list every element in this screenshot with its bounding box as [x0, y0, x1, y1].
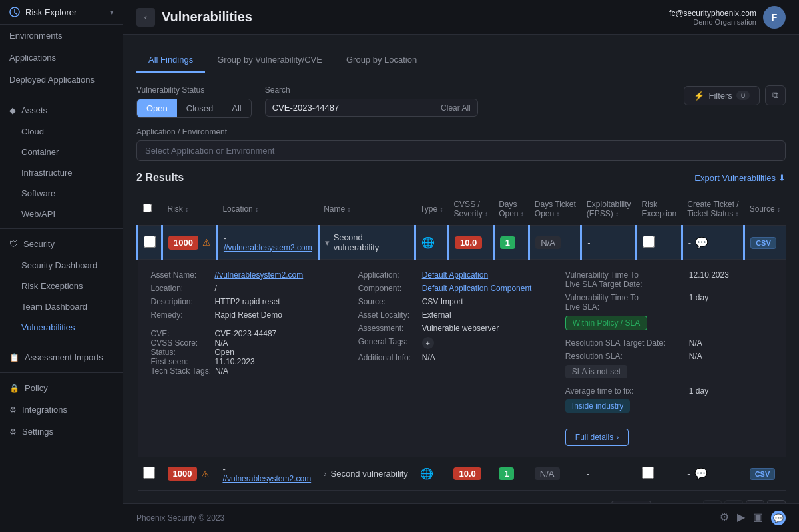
vulnerabilities-label: Vulnerabilities	[21, 322, 75, 332]
row1-location-cell: - //vulnerablesystem2.com	[217, 226, 318, 260]
filters-button[interactable]: ⚡ Filters 0	[684, 86, 760, 105]
sidebar-logo-text: Risk Explorer	[25, 7, 77, 17]
sidebar-item-assessment-imports[interactable]: 📋 Assessment Imports	[0, 346, 123, 368]
filters-count-badge: 0	[736, 91, 750, 100]
component-label: Component:	[358, 284, 418, 293]
resolution-target-value: N/A	[689, 338, 702, 348]
first-seen-value: 11.10.2023	[215, 357, 255, 366]
resolution-target-label: Resolution SLA Target Date:	[565, 338, 685, 348]
application-field: Application: Default Application	[358, 270, 565, 280]
row1-name-container: ▾ Second vulnerability	[325, 232, 409, 252]
additional-info-value: N/A	[422, 353, 435, 362]
row2-location-link[interactable]: //vulnerablesystem2.com	[222, 474, 313, 483]
copy-button[interactable]: ⧉	[765, 85, 786, 105]
cvss-score-field: CVSS Score: N/A	[151, 338, 358, 348]
tab-group-by-cve[interactable]: Group by Vulnerability/CVE	[205, 48, 334, 73]
sidebar-item-team-dashboard[interactable]: Team Dashboard	[0, 296, 123, 317]
first-seen-label: First seen:	[151, 357, 211, 366]
resolution-sla-label: Resolution SLA:	[565, 352, 685, 361]
row1-risk-badge: 1000	[168, 236, 198, 250]
asset-name-value[interactable]: //vulnerablesystem2.com	[215, 270, 304, 280]
topbar: ‹ Vulnerabilities fc@securityphoenix.com…	[123, 0, 799, 35]
status-open-button[interactable]: Open	[137, 99, 177, 117]
additional-info-field: Additional Info: N/A	[358, 353, 565, 362]
row1-location-link[interactable]: //vulnerablesystem2.com	[224, 243, 312, 252]
select-all-checkbox[interactable]	[143, 204, 152, 212]
application-value[interactable]: Default Application	[422, 270, 488, 280]
footer-copyright: Phoenix Security © 2023	[136, 513, 224, 523]
chat-icon[interactable]: 💬	[771, 511, 786, 525]
sidebar-item-settings[interactable]: ⚙ Settings	[0, 421, 123, 443]
export-button[interactable]: Export Vulnerabilities ⬇	[694, 173, 786, 183]
full-details-button[interactable]: Full details ›	[565, 429, 629, 446]
search-filter-group: Search Clear All	[265, 85, 478, 117]
status-field: Status: Open	[151, 348, 358, 357]
deployed-applications-label: Deployed Applications	[9, 75, 95, 85]
resolution-target-field: Resolution SLA Target Date: N/A	[565, 338, 772, 348]
applications-label: Applications	[9, 53, 56, 63]
sidebar-logo[interactable]: Risk Explorer ▾	[0, 0, 123, 25]
sla-not-set-badge: SLA is not set	[565, 365, 627, 378]
status-all-button[interactable]: All	[222, 99, 250, 117]
sidebar-item-applications[interactable]: Applications	[0, 47, 123, 69]
prev-page-button[interactable]: ‹	[724, 500, 743, 503]
back-button[interactable]: ‹	[136, 8, 155, 27]
sidebar-item-webapi[interactable]: Web/API	[0, 204, 123, 224]
video-icon[interactable]: ▶	[737, 511, 745, 525]
row2-vuln-name: Second vulnerability	[331, 469, 408, 479]
row2-source-badge: CSV	[750, 468, 776, 480]
row2-risk-exception-checkbox[interactable]	[642, 467, 654, 479]
sidebar-item-security[interactable]: 🛡 Security	[0, 233, 123, 255]
sidebar-item-security-dashboard[interactable]: Security Dashboard	[0, 255, 123, 276]
sidebar-item-software[interactable]: Software	[0, 183, 123, 204]
search-input[interactable]	[272, 103, 435, 113]
sidebar-item-vulnerabilities[interactable]: Vulnerabilities	[0, 317, 123, 338]
avatar[interactable]: F	[763, 6, 786, 29]
tab-group-by-location[interactable]: Group by Location	[334, 48, 429, 73]
general-tags-value[interactable]: +	[422, 337, 434, 349]
export-label: Export Vulnerabilities	[694, 173, 776, 183]
cvss-score-value: N/A	[215, 338, 228, 348]
assessment-label: Assessment:	[358, 324, 418, 333]
status-closed-button[interactable]: Closed	[177, 99, 222, 117]
cloud-label: Cloud	[21, 127, 44, 136]
sidebar-item-environments[interactable]: Environments	[0, 25, 123, 47]
user-info: fc@securityphoenix.com Demo Organisation	[669, 9, 756, 26]
resolution-sla-value: N/A	[689, 352, 702, 361]
location-value: /	[215, 284, 217, 293]
row2-checkbox[interactable]	[143, 467, 155, 479]
general-tags-field: General Tags: +	[358, 337, 565, 349]
avg-fix-field: Average time to fix: 1 day	[565, 386, 772, 396]
status-label: Vulnerability Status	[136, 85, 252, 95]
row2-comment-icon[interactable]: 💬	[694, 467, 708, 480]
clear-all-button[interactable]: Clear All	[441, 103, 471, 113]
resolution-sla-field: Resolution SLA: N/A	[565, 352, 772, 361]
sidebar-item-integrations[interactable]: ⚙ Integrations	[0, 399, 123, 421]
social-icon[interactable]: ▣	[753, 511, 763, 525]
row2-risk-badge: 1000	[168, 467, 198, 481]
th-type: Type ↕	[415, 193, 448, 226]
row2-expand-icon[interactable]: ›	[324, 469, 326, 479]
component-value[interactable]: Default Application Component	[422, 284, 532, 293]
first-page-button[interactable]: «	[703, 500, 722, 503]
row1-comment-icon[interactable]: 💬	[695, 236, 708, 249]
row1-checkbox[interactable]	[144, 236, 156, 248]
app-env-select[interactable]: Select Application or Environment	[136, 140, 786, 161]
sidebar-item-deployed-applications[interactable]: Deployed Applications	[0, 69, 123, 91]
avg-fix-value: 1 day	[689, 386, 708, 396]
remedy-label: Remedy:	[151, 310, 211, 320]
row1-expand-icon[interactable]: ▾	[325, 238, 330, 248]
sidebar-item-assets[interactable]: ◆ Assets	[0, 99, 123, 121]
tech-stack-value: N/A	[215, 366, 228, 376]
tab-all-findings[interactable]: All Findings	[136, 48, 205, 73]
application-label: Application:	[358, 270, 418, 280]
row1-risk-exception-checkbox[interactable]	[643, 236, 655, 248]
sidebar-item-container[interactable]: Container	[0, 142, 123, 162]
sidebar-item-policy[interactable]: 🔒 Policy	[0, 377, 123, 399]
team-dashboard-label: Team Dashboard	[21, 302, 87, 312]
filter-funnel-icon: ⚡	[694, 91, 704, 101]
sidebar-item-risk-exceptions[interactable]: Risk Exceptions	[0, 276, 123, 296]
sidebar-item-cloud[interactable]: Cloud	[0, 121, 123, 142]
sidebar-item-infrastructure[interactable]: Infrastructure	[0, 162, 123, 183]
help-icon[interactable]: ⚙	[720, 511, 729, 525]
